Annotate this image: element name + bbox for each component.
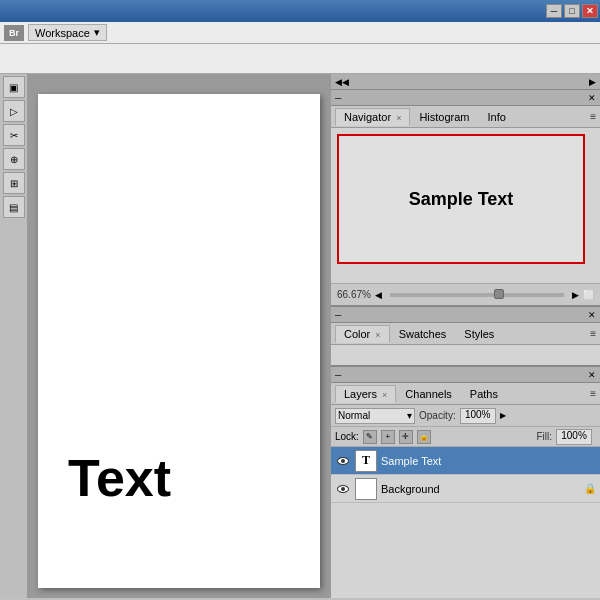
navigator-tool-btn[interactable]: ▣ [3,76,25,98]
toolbar-row [0,44,600,74]
fill-input[interactable]: 100% [556,429,592,445]
workspace-arrow: ▾ [94,26,100,39]
zoom-minus-btn[interactable]: ◀ [375,290,382,300]
maximize-button[interactable]: □ [564,4,580,18]
canvas-area: Text [28,74,330,598]
layer-thumb-sample-text: T [355,450,377,472]
crop-tool-btn[interactable]: ✂ [3,124,25,146]
color-collapse-btn[interactable]: ─ [335,310,341,320]
layer-visibility-sample-text[interactable] [335,453,351,469]
panels-collapse-left[interactable]: ◀◀ [335,77,349,87]
minimize-button[interactable]: ─ [546,4,562,18]
navigator-preview-text: Sample Text [409,189,514,210]
opacity-label: Opacity: [419,410,456,421]
layer-name-sample-text: Sample Text [381,455,596,467]
zoom-thumb[interactable] [494,289,504,299]
layers-panel-tabs: Layers × Channels Paths ≡ [331,383,600,405]
layers-list: T Sample Text Background 🔒 [331,447,600,598]
layer-row-background[interactable]: Background 🔒 [331,475,600,503]
tab-color[interactable]: Color × [335,325,390,343]
layer-name-background: Background [381,483,580,495]
opacity-input[interactable]: 100% [460,408,496,424]
tab-info[interactable]: Info [479,108,515,126]
lock-icon-all[interactable]: ✛ [399,430,413,444]
workspace-button[interactable]: Workspace ▾ [28,24,107,41]
heal-tool-btn[interactable]: ⊕ [3,148,25,170]
layers-close-btn[interactable]: ✕ [588,370,596,380]
close-button[interactable]: ✕ [582,4,598,18]
layers-menu-btn[interactable]: ≡ [590,388,596,399]
right-panels: ◀◀ ▶ ─ ✕ Navigator × Histogram Info ≡ [330,74,600,598]
title-bar: ─ □ ✕ [0,0,600,22]
color-menu-btn[interactable]: ≡ [590,328,596,339]
layer-thumb-background [355,478,377,500]
tab-paths[interactable]: Paths [461,385,507,403]
zoom-value: 66.67% [337,289,371,300]
lock-icon-lock[interactable]: 🔒 [417,430,431,444]
color-header-bar: ─ ✕ [331,307,600,323]
layer-lock-icon: 🔒 [584,483,596,494]
eye-icon-background [337,485,349,493]
window-controls: ─ □ ✕ [546,4,598,18]
lock-icon-move[interactable]: + [381,430,395,444]
lock-label: Lock: [335,431,359,442]
canvas-main-text: Text [68,448,171,508]
color-content [331,345,600,365]
br-icon: Br [4,25,24,41]
tab-layers[interactable]: Layers × [335,385,396,403]
tab-navigator-close[interactable]: × [396,113,401,123]
menu-bar: Br Workspace ▾ [0,22,600,44]
main-area: ▣ ▷ ✂ ⊕ ⊞ ▤ Text ◀◀ ▶ ─ ✕ Navigator × [0,74,600,598]
navigator-header-bar: ─ ✕ [331,90,600,106]
navigator-preview: Sample Text [337,134,585,264]
zoom-slider[interactable] [390,293,564,297]
tab-channels[interactable]: Channels [396,385,460,403]
canvas-document: Text [38,94,320,588]
navigator-menu-btn[interactable]: ≡ [590,111,596,122]
layers-header-bar: ─ ✕ [331,367,600,383]
layers-panel: ─ ✕ Layers × Channels Paths ≡ [331,367,600,598]
eye-icon-sample-text [337,457,349,465]
tab-swatches[interactable]: Swatches [390,325,456,343]
lock-icon-edit[interactable]: ✎ [363,430,377,444]
opacity-arrow[interactable]: ▶ [500,411,506,420]
workspace-label: Workspace [35,27,90,39]
tab-navigator[interactable]: Navigator × [335,108,410,126]
view-tool-btn[interactable]: ▤ [3,196,25,218]
navigator-footer: 66.67% ◀ ▶ ⬜ [331,283,600,305]
navigator-panel-tabs: Navigator × Histogram Info ≡ [331,106,600,128]
zoom-expand-btn[interactable]: ⬜ [583,290,594,300]
panels-collapse-bar: ◀◀ ▶ [331,74,600,90]
navigator-content: Sample Text [331,128,600,283]
tab-color-close[interactable]: × [375,330,380,340]
tab-histogram[interactable]: Histogram [410,108,478,126]
tab-styles[interactable]: Styles [455,325,503,343]
tools-panel: ▣ ▷ ✂ ⊕ ⊞ ▤ [0,74,28,598]
navigator-collapse-btn[interactable]: ─ [335,93,341,103]
lock-row: Lock: ✎ + ✛ 🔒 Fill: 100% [331,427,600,447]
color-panel-tabs: Color × Swatches Styles ≡ [331,323,600,345]
fill-label: Fill: [536,431,552,442]
color-panel: ─ ✕ Color × Swatches Styles ≡ [331,307,600,367]
move-tool-btn[interactable]: ▷ [3,100,25,122]
layers-controls: Normal ▾ Opacity: 100% ▶ [331,405,600,427]
navigator-close-btn[interactable]: ✕ [588,93,596,103]
transform-tool-btn[interactable]: ⊞ [3,172,25,194]
layer-visibility-background[interactable] [335,481,351,497]
navigator-panel: ─ ✕ Navigator × Histogram Info ≡ Sample … [331,90,600,307]
blend-arrow: ▾ [407,410,412,421]
panels-collapse-right[interactable]: ▶ [589,77,596,87]
layer-row-sample-text[interactable]: T Sample Text [331,447,600,475]
zoom-plus-btn[interactable]: ▶ [572,290,579,300]
color-close-btn[interactable]: ✕ [588,310,596,320]
tab-layers-close[interactable]: × [382,390,387,400]
blend-mode-select[interactable]: Normal ▾ [335,408,415,424]
layers-collapse-btn[interactable]: ─ [335,370,341,380]
